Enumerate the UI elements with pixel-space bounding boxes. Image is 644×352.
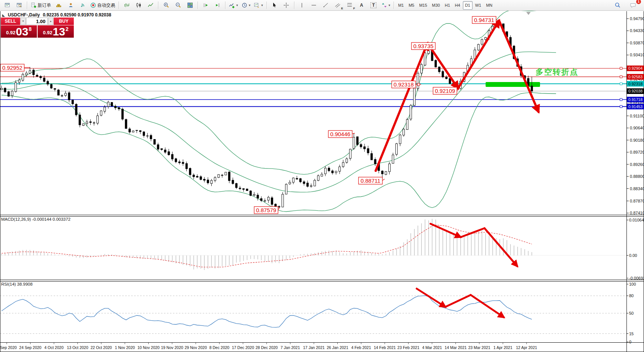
candlestick-type-button[interactable] [133,1,144,10]
sell-price-panel[interactable]: 0.92038 [1,25,37,38]
auto-scroll-button[interactable] [200,1,211,10]
horizontal-line-button[interactable] [308,1,320,10]
indicator-level-lines [0,255,626,334]
zoom-in-button[interactable] [160,1,172,10]
svg-text:100: 100 [629,282,636,286]
tf-d1-button[interactable]: D1 [463,1,473,10]
tf-m30-button[interactable]: M30 [430,1,442,10]
tf-w1-button[interactable]: W1 [473,1,484,10]
rsi-pane [1,296,532,327]
vertical-line-button[interactable] [296,1,308,10]
crosshair-icon [283,2,289,8]
community-button[interactable] [65,1,76,10]
svg-text:7 Jan 2021: 7 Jan 2021 [281,345,300,350]
new-chart-button[interactable] [1,1,13,10]
hline-handle[interactable] [620,83,622,85]
new-order-icon [31,2,37,8]
volume-input[interactable] [26,18,48,25]
svg-text:8 Dec 2020: 8 Dec 2020 [209,345,230,350]
macd-header: MACD(12,26,9) -0.000144 0.003372 [1,217,70,221]
shapes-icon [381,2,387,8]
clock-icon [242,2,247,8]
rsi-trend-arrows[interactable] [417,289,504,317]
market-button[interactable] [53,1,64,10]
tf-m1-button[interactable]: M1 [396,1,406,10]
line-chart-type-button[interactable] [145,1,156,10]
svg-text:0.92952: 0.92952 [2,65,22,71]
bollinger-middle [1,52,556,192]
new-order-button[interactable]: 新订单 [29,1,53,10]
one-click-trading-widget: SELL BUY 0.92038 0.92132 [1,18,74,38]
crosshair-button[interactable] [281,1,292,10]
svg-text:24 Sep 2020: 24 Sep 2020 [19,345,42,350]
hline-handle[interactable] [620,106,622,108]
window-search-icon [16,2,22,8]
text-button[interactable]: A [356,1,367,10]
tile-windows-button[interactable] [184,1,196,10]
auto-trading-button[interactable]: 自动交易 [89,1,117,10]
tf-m15-button[interactable]: M15 [417,1,429,10]
volume-increase-button[interactable] [48,18,53,25]
svg-text:0.90640: 0.90640 [630,126,644,130]
text-label-button[interactable]: T [368,1,379,10]
svg-text:17 Dec 2020: 17 Dec 2020 [232,345,254,350]
svg-text:50: 50 [629,311,634,315]
chart-shift-button[interactable] [212,1,223,10]
hline-handle[interactable] [620,98,622,101]
vertical-line-icon [299,2,305,8]
bollinger-upper [1,9,556,174]
indicators-button[interactable] [227,1,240,10]
profiles-button[interactable] [13,1,25,10]
cursor-button[interactable] [269,1,280,10]
tf-mn-button[interactable]: MN [484,1,495,10]
svg-text:0.92583: 0.92583 [628,75,643,79]
svg-text:10 Nov 2020: 10 Nov 2020 [138,345,160,350]
channel-sub-label: E [341,7,343,10]
main-trend-arrows[interactable] [376,21,539,171]
svg-text:4 Feb 2021: 4 Feb 2021 [351,345,371,350]
fibonacci-button[interactable]: F [344,1,356,10]
periods-button[interactable] [240,1,252,10]
svg-text:17 Jan 2021: 17 Jan 2021 [303,345,325,350]
svg-text:23 Mar 2021: 23 Mar 2021 [468,345,490,350]
shapes-button[interactable] [380,1,392,10]
volume-decrease-button[interactable] [20,18,26,25]
svg-text:0.90180: 0.90180 [630,138,644,142]
svg-text:0.88340: 0.88340 [630,186,644,191]
chart-shift-marker[interactable] [526,12,531,15]
svg-text:5 Sep 2020: 5 Sep 2020 [0,345,17,350]
svg-text:1 Apr 2021: 1 Apr 2021 [493,345,512,350]
tf-m5-button[interactable]: M5 [406,1,416,10]
ohlc-values: 0.92235 0.92590 0.91970 0.92038 [43,12,111,18]
templates-button[interactable] [252,1,265,10]
equidistant-channel-button[interactable]: E [332,1,344,10]
bar-chart-type-button[interactable] [121,1,132,10]
indicators-add-icon [229,2,235,8]
svg-text:14 Mar 2021: 14 Mar 2021 [445,345,467,350]
hline-handle[interactable] [620,76,622,78]
search-button[interactable] [612,1,624,10]
candlestick-icon [136,2,142,8]
chart-canvas[interactable]: 0.929520.937350.947310.923180.921090.904… [0,0,644,352]
text-label-tool-label: T [370,2,376,8]
buy-button[interactable]: BUY [54,18,74,25]
note-text[interactable]: 多空转折点 [536,67,578,76]
zoom-out-button[interactable] [172,1,184,10]
buy-price-panel[interactable]: 0.92132 [38,25,74,38]
tf-h1-button[interactable]: H1 [443,1,452,10]
tf-h4-button[interactable]: H4 [453,1,463,10]
trendline-button[interactable] [320,1,332,10]
rsi-header: RSI(14) 38.9908 [1,282,32,286]
line-chart-icon [148,2,154,8]
new-order-label: 新订单 [38,2,51,9]
sell-button[interactable]: SELL [1,18,20,25]
svg-text:0.92109: 0.92109 [435,88,455,94]
notifications-button[interactable]: 1 [627,1,639,10]
sell-price-prefix: 0.92 [6,30,15,37]
hline-handle[interactable] [620,67,622,69]
macd-trend-arrows[interactable] [430,224,517,266]
cursor-arrow-icon [271,2,277,8]
macd-signal-line [1,225,532,267]
signals-button[interactable] [77,1,88,10]
rsi-line [1,296,532,327]
